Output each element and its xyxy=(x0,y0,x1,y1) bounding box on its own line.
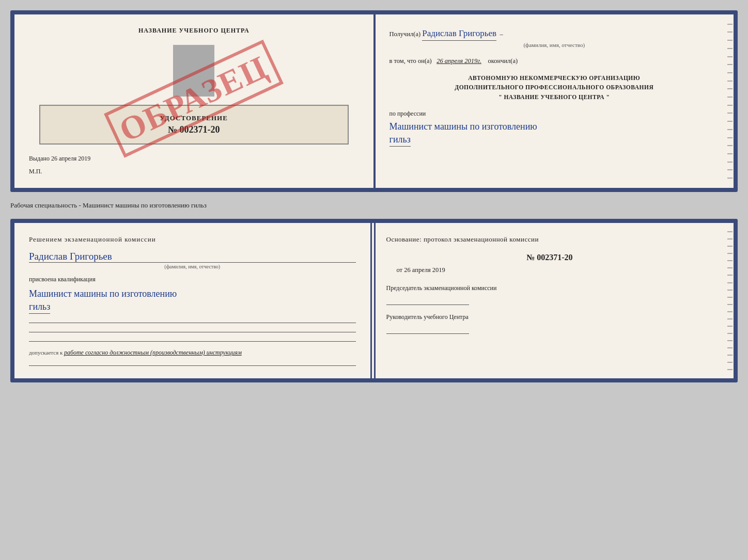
tl4 xyxy=(727,48,733,49)
tl2-9 xyxy=(727,290,733,291)
tl2 xyxy=(727,31,733,33)
tl12 xyxy=(727,113,733,114)
tl14 xyxy=(727,129,733,130)
qual-name: Радислав Григорьев xyxy=(29,251,356,263)
chairman-label: Председатель экзаменационной комиссии xyxy=(386,283,713,293)
cert-left-panel: НАЗВАНИЕ УЧЕБНОГО ЦЕНТРА УДОСТОВЕРЕНИЕ №… xyxy=(14,14,375,188)
profession-line1: Машинист машины по изготовлению xyxy=(389,120,720,133)
org-details: АВТОНОМНУЮ НЕКОММЕРЧЕСКУЮ ОРГАНИЗАЦИЮ ДО… xyxy=(389,73,720,102)
protocol-date: от 26 апреля 2019 xyxy=(386,266,713,274)
photo-placeholder xyxy=(173,45,214,97)
okonchil-label: окончил(а) xyxy=(488,57,518,65)
tl2-10 xyxy=(727,297,733,298)
director-signature xyxy=(386,325,469,334)
qual-profession1: Машинист машины по изготовлению xyxy=(29,287,356,300)
tl9 xyxy=(727,88,733,89)
director-label: Руководитель учебного Центра xyxy=(386,312,713,322)
blank-line4 xyxy=(29,359,356,366)
cert-number: № 002371-20 xyxy=(46,124,341,135)
tl2-4 xyxy=(727,253,733,254)
tl7 xyxy=(727,72,733,73)
cert-udost-label: УДОСТОВЕРЕНИЕ xyxy=(46,114,341,122)
tl15 xyxy=(727,137,733,138)
date-value: 26 апреля 2019 xyxy=(404,266,445,274)
texture-right2 xyxy=(726,223,734,378)
tl2-19 xyxy=(727,362,733,363)
dopuskaetsya-label: допускается к xyxy=(29,349,63,356)
qual-name-sub: (фамилия, имя, отчество) xyxy=(29,264,356,269)
texture-right xyxy=(726,14,734,188)
org-line2: ДОПОЛНИТЕЛЬНОГО ПРОФЕССИОНАЛЬНОГО ОБРАЗО… xyxy=(389,83,720,92)
decision-title: Решением экзаменационной комиссии xyxy=(29,235,356,244)
assigned-text: присвоена квалификация xyxy=(29,276,356,283)
tl2-5 xyxy=(727,260,733,261)
tl18 xyxy=(727,162,733,163)
tl2-8 xyxy=(727,282,733,283)
dopuskaetsya-section: допускается к работе согласно должностны… xyxy=(29,349,356,357)
cert-number-box: УДОСТОВЕРЕНИЕ № 002371-20 xyxy=(39,105,349,145)
tl2-12 xyxy=(727,311,733,312)
po-professii-line: по профессии Машинист машины по изготовл… xyxy=(389,109,720,147)
poluchil-label: Получил(а) xyxy=(389,30,421,38)
tl6 xyxy=(727,64,733,65)
tl2-11 xyxy=(727,304,733,305)
tl2-13 xyxy=(727,318,733,319)
chairman-signature xyxy=(386,296,469,305)
vydano-label: Выдано xyxy=(29,155,50,162)
tl2-15 xyxy=(727,333,733,334)
tl2-14 xyxy=(727,326,733,327)
tl2-18 xyxy=(727,355,733,356)
separator-label: Рабочая специальность - Машинист машины … xyxy=(10,198,738,213)
tl2-6 xyxy=(727,267,733,268)
poluchil-line: Получил(а) Радислав Григорьев – (фамилия… xyxy=(389,27,720,49)
protocol-number: № 002371-20 xyxy=(386,253,713,262)
cert-vydano: Выдано 26 апреля 2019 xyxy=(29,155,359,163)
tl10 xyxy=(727,97,733,98)
tl1 xyxy=(727,24,733,25)
vtom-label: в том, что он(а) xyxy=(389,57,432,65)
recipient-name: Радислав Григорьев xyxy=(422,27,496,41)
tl16 xyxy=(727,145,733,146)
cert-mp: М.П. xyxy=(29,168,359,175)
blank-line3 xyxy=(29,334,356,342)
tl11 xyxy=(727,105,733,106)
tl8 xyxy=(727,81,733,82)
vtom-line: в том, что он(а) 26 апреля 2019г. окончи… xyxy=(389,56,720,66)
osnov-title: Основание: протокол экзаменационной коми… xyxy=(386,235,713,244)
page-container: НАЗВАНИЕ УЧЕБНОГО ЦЕНТРА УДОСТОВЕРЕНИЕ №… xyxy=(10,10,738,382)
qual-profession2: гильз xyxy=(29,300,50,314)
tl3 xyxy=(727,40,733,41)
blank-line2 xyxy=(29,325,356,332)
org-line1: АВТОНОМНУЮ НЕКОММЕРЧЕСКУЮ ОРГАНИЗАЦИЮ xyxy=(389,73,720,83)
tl20 xyxy=(727,178,733,179)
tl2-17 xyxy=(727,347,733,348)
tl19 xyxy=(727,169,733,170)
qualification-card: Решением экзаменационной комиссии Радисл… xyxy=(10,219,738,382)
qual-left-panel: Решением экзаменационной комиссии Радисл… xyxy=(14,223,372,378)
dopuskaetsya-value: работе согласно должностным (производств… xyxy=(64,349,242,356)
date-prefix: от xyxy=(397,266,403,274)
cert-right-panel: Получил(а) Радислав Григорьев – (фамилия… xyxy=(375,14,734,188)
blank-line1 xyxy=(29,316,356,323)
qual-right-panel: Основание: протокол экзаменационной коми… xyxy=(372,223,734,378)
tl17 xyxy=(727,153,733,154)
certificate-card: НАЗВАНИЕ УЧЕБНОГО ЦЕНТРА УДОСТОВЕРЕНИЕ №… xyxy=(10,10,738,192)
tl2-3 xyxy=(727,246,733,247)
tl5 xyxy=(727,56,733,57)
vtom-date: 26 апреля 2019г. xyxy=(437,57,481,65)
po-professii-label: по профессии xyxy=(389,109,720,118)
org-name: " НАЗВАНИЕ УЧЕБНОГО ЦЕНТРА " xyxy=(389,92,720,102)
vydano-date: 26 апреля 2019 xyxy=(51,155,90,162)
profession-line2: гильз xyxy=(389,133,411,147)
tl13 xyxy=(727,121,733,122)
tl2-2 xyxy=(727,238,733,239)
tl2-20 xyxy=(727,369,733,370)
recipient-sub: (фамилия, имя, отчество) xyxy=(389,41,720,50)
tl2-1 xyxy=(727,231,733,232)
tl2-7 xyxy=(727,275,733,276)
tl2-16 xyxy=(727,340,733,341)
cert-school-title: НАЗВАНИЕ УЧЕБНОГО ЦЕНТРА xyxy=(29,27,359,35)
